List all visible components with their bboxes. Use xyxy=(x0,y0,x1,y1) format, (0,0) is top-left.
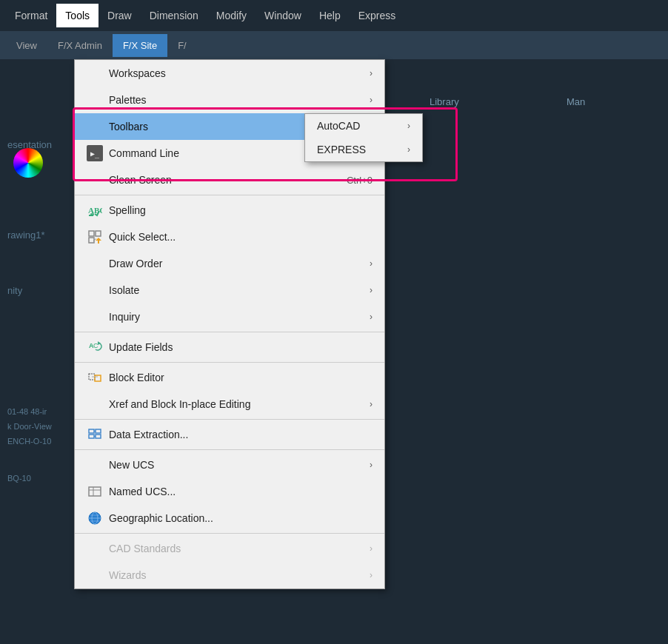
workspaces-arrow: › xyxy=(370,68,373,78)
wizards-arrow: › xyxy=(370,570,373,580)
menubar-format[interactable]: Format xyxy=(6,4,56,27)
menu-item-spelling[interactable]: ABC Spelling xyxy=(75,197,384,224)
svg-text:C: C xyxy=(93,342,98,349)
new-ucs-arrow: › xyxy=(370,460,373,470)
ribbon-tab-fx-admin[interactable]: F/X Admin xyxy=(47,34,113,57)
color-wheel-icon xyxy=(13,148,43,178)
menu-item-clean-screen[interactable]: Clean Screen Ctrl+0 xyxy=(75,167,384,193)
update-fields-label: Update Fields xyxy=(109,341,373,353)
draw-order-icon xyxy=(87,255,103,272)
menubar-draw[interactable]: Draw xyxy=(98,4,141,27)
divider-5 xyxy=(75,449,384,450)
data-extraction-label: Data Extraction... xyxy=(109,429,373,440)
library-label: Library xyxy=(430,96,459,107)
menubar: Format Tools Draw Dimension Modify Windo… xyxy=(0,0,668,31)
new-ucs-icon xyxy=(87,457,103,473)
cad-standards-label: CAD Standards xyxy=(109,543,364,554)
menu-item-cad-standards[interactable]: CAD Standards › xyxy=(75,535,384,562)
isolate-label: Isolate xyxy=(109,284,364,296)
spelling-icon: ABC xyxy=(87,202,103,218)
cad-standards-arrow: › xyxy=(370,543,373,554)
isolate-icon xyxy=(87,282,103,298)
menu-item-named-ucs[interactable]: Named UCS... xyxy=(75,478,384,505)
main-area: esentation rawing1* Library nity Man 01-… xyxy=(0,59,668,644)
ribbonbar: View F/X Admin F/X Site F/ xyxy=(0,31,668,59)
svg-rect-12 xyxy=(89,429,94,433)
bg-item-3: ENCH-O-10 xyxy=(7,437,51,446)
menubar-window[interactable]: Window xyxy=(255,4,310,27)
menu-item-toolbars[interactable]: Toolbars › AutoCAD › EXPRESS › xyxy=(75,113,384,140)
workspaces-icon xyxy=(87,65,103,81)
svg-rect-10 xyxy=(95,375,101,381)
menu-item-new-ucs[interactable]: New UCS › xyxy=(75,452,384,478)
xref-block-label: Xref and Block In-place Editing xyxy=(109,398,364,410)
menu-item-wizards[interactable]: Wizards › xyxy=(75,562,384,588)
svg-rect-15 xyxy=(96,435,101,438)
menu-item-inquiry[interactable]: Inquiry › xyxy=(75,303,384,330)
divider-4 xyxy=(75,419,384,420)
svg-rect-13 xyxy=(89,435,94,438)
quick-select-icon xyxy=(87,229,103,245)
data-extraction-icon xyxy=(87,426,103,443)
clean-screen-label: Clean Screen xyxy=(109,174,317,186)
new-ucs-label: New UCS xyxy=(109,459,364,471)
divider-2 xyxy=(75,332,384,332)
cad-standards-icon xyxy=(87,540,103,557)
menu-item-block-editor[interactable]: Block Editor xyxy=(75,364,384,391)
menubar-help[interactable]: Help xyxy=(310,4,350,27)
command-line-icon: ▶_ xyxy=(87,145,103,161)
divider-6 xyxy=(75,533,384,534)
submenu-item-express[interactable]: EXPRESS › xyxy=(305,138,422,161)
svg-rect-3 xyxy=(89,238,94,243)
menu-item-geographic-location[interactable]: Geographic Location... xyxy=(75,505,384,531)
bg-item-2: k Door-View xyxy=(7,422,52,431)
menubar-tools[interactable]: Tools xyxy=(56,4,98,27)
menu-item-data-extraction[interactable]: Data Extraction... xyxy=(75,421,384,448)
menu-item-quick-select[interactable]: Quick Select... xyxy=(75,224,384,250)
draw-order-label: Draw Order xyxy=(109,258,364,269)
inquiry-label: Inquiry xyxy=(109,311,364,323)
svg-text:ABC: ABC xyxy=(88,206,102,215)
toolbars-submenu: AutoCAD › EXPRESS › xyxy=(304,113,423,162)
menu-item-isolate[interactable]: Isolate › xyxy=(75,277,384,303)
named-ucs-label: Named UCS... xyxy=(109,486,373,497)
xref-block-icon xyxy=(87,396,103,412)
globe-icon xyxy=(87,510,103,526)
menu-item-draw-order[interactable]: Draw Order › xyxy=(75,250,384,277)
clean-screen-shortcut: Ctrl+0 xyxy=(347,175,373,186)
bg-item-1: 01-48 48-ir xyxy=(7,407,47,416)
inquiry-icon xyxy=(87,309,103,325)
workspaces-label: Workspaces xyxy=(109,67,364,79)
svg-rect-2 xyxy=(96,231,101,236)
block-editor-label: Block Editor xyxy=(109,372,373,383)
block-editor-icon xyxy=(87,369,103,386)
menu-item-xref-block[interactable]: Xref and Block In-place Editing › xyxy=(75,391,384,417)
menubar-dimension[interactable]: Dimension xyxy=(141,4,207,27)
menu-item-palettes[interactable]: Palettes › xyxy=(75,87,384,113)
bg-item-4: BQ-10 xyxy=(7,474,31,483)
menu-item-workspaces[interactable]: Workspaces › xyxy=(75,60,384,87)
ribbon-tab-f[interactable]: F/ xyxy=(167,34,197,57)
tools-dropdown-menu: Workspaces › Palettes › Toolbars › AutoC… xyxy=(74,59,385,589)
divider-1 xyxy=(75,195,384,195)
geographic-location-label: Geographic Location... xyxy=(109,512,373,524)
express-arrow: › xyxy=(395,144,410,155)
svg-rect-1 xyxy=(89,231,94,236)
drawing-label: rawing1* xyxy=(7,229,45,241)
clean-screen-icon xyxy=(87,172,103,188)
unity-label: nity xyxy=(7,285,22,296)
menu-item-update-fields[interactable]: A C Update Fields xyxy=(75,334,384,360)
isolate-arrow: › xyxy=(370,285,373,295)
svg-marker-4 xyxy=(96,238,101,244)
autocad-label: AutoCAD xyxy=(317,120,395,132)
menubar-express[interactable]: Express xyxy=(350,4,405,27)
ribbon-tab-fx-site[interactable]: F/X Site xyxy=(113,34,167,57)
wizards-icon xyxy=(87,567,103,583)
command-line-label: Command Line xyxy=(109,147,317,159)
menubar-modify[interactable]: Modify xyxy=(207,4,255,27)
ribbon-tab-view[interactable]: View xyxy=(6,34,47,57)
express-label: EXPRESS xyxy=(317,144,395,155)
presentation-label: esentation xyxy=(7,139,52,150)
submenu-item-autocad[interactable]: AutoCAD › xyxy=(305,114,422,138)
draw-order-arrow: › xyxy=(370,258,373,269)
